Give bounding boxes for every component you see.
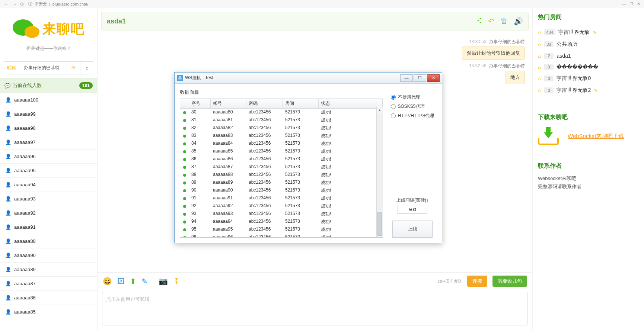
user-item[interactable]: 👤aaaaaa91 [0, 220, 97, 234]
grid-row[interactable]: 87aaaaaa87abc123456521573成功! [180, 163, 383, 171]
grid-row[interactable]: 88aaaaaa88abc123456521573成功! [180, 171, 383, 179]
room-item[interactable]: ⌂0�������� [538, 61, 639, 73]
logo-text: 来聊吧 [42, 20, 85, 38]
cell-acc: aaaaaa90 [211, 187, 246, 194]
person-icon: 👤 [5, 267, 11, 272]
grid-row[interactable]: 93aaaaaa93abc123456521573成功! [180, 210, 383, 218]
proxy-http[interactable]: HTTP/HTTPS代理 [391, 113, 434, 119]
connect-button[interactable]: 连接 [467, 276, 487, 287]
grid-row[interactable]: 80aaaaaa80abc123456521573成功! [180, 109, 383, 116]
user-item[interactable]: 👤aaaaaa99 [0, 107, 97, 121]
back-icon[interactable]: ← [4, 1, 9, 7]
room-item[interactable]: ⌂2asda1 [538, 50, 639, 61]
user-item[interactable]: 👤aaaaaa96 [0, 150, 97, 164]
grid-row[interactable]: 82aaaaaa82abc123456521573成功! [180, 124, 383, 132]
cell-room: 521573 [283, 117, 319, 124]
window-close-icon[interactable]: ✕ [637, 1, 640, 6]
refresh-icon[interactable]: ⟳ [67, 62, 80, 74]
contact-line: 完整源码请联系作者 [538, 183, 639, 190]
room-item[interactable]: ⌂33公共场所 [538, 38, 639, 50]
dialog-max-button[interactable]: ☐ [414, 74, 426, 82]
grid-scrollbar[interactable]: ▲ [376, 107, 383, 237]
user-list[interactable]: 👤aaaaaa100👤aaaaaa99👤aaaaaa98👤aaaaaa97👤aa… [0, 93, 97, 331]
edit-icon[interactable]: ✎ [141, 277, 148, 286]
proxy-socks[interactable]: SOSKS5代理 [391, 103, 434, 110]
data-grid[interactable]: 序号 帐号 密码 房间 状态 80aaaaaa80abc123456521573… [180, 99, 383, 238]
user-item[interactable]: 👤aaaaaa95 [0, 164, 97, 178]
trash-icon[interactable]: 🗑 [500, 17, 508, 26]
scroll-thumb[interactable] [377, 212, 382, 236]
cell-stat: 成功! [319, 234, 383, 237]
room-item[interactable]: ⌂434宇宙世界无敌✎ [538, 26, 639, 38]
person-icon: 👤 [5, 168, 11, 173]
grid-row[interactable]: 84aaaaaa84abc123456521573成功! [180, 140, 383, 148]
grid-row[interactable]: 86aaaaaa86abc123456521573成功! [180, 155, 383, 163]
proxy-none[interactable]: 不使用代理 [391, 94, 434, 100]
user-item[interactable]: 👤aaaaaa98 [0, 121, 97, 135]
undo-icon[interactable]: ↶ [488, 17, 494, 26]
user-item[interactable]: 👤aaaaaa90 [0, 248, 97, 263]
scroll-up-icon[interactable]: ▲ [377, 107, 383, 113]
cell-room: 521573 [283, 234, 319, 237]
user-item[interactable]: 👤aaaaaa97 [0, 135, 97, 150]
nickname-value[interactable]: 办事仔细的巴菲特 [20, 62, 67, 74]
person-icon: 👤 [5, 281, 11, 286]
grid-row[interactable]: 96aaaaaa96abc123456521573成功! [180, 234, 383, 237]
pencil-icon[interactable]: ✎ [594, 88, 598, 93]
col-seq[interactable]: 序号 [189, 99, 211, 108]
cell-seq: 81 [189, 117, 211, 124]
grid-row[interactable]: 91aaaaaa91abc123456521573成功! [180, 195, 383, 202]
col-acc[interactable]: 帐号 [211, 99, 246, 108]
grid-row[interactable]: 81aaaaaa81abc123456521573成功! [180, 116, 383, 124]
grid-row[interactable]: 94aaaaaa94abc123456521573成功! [180, 218, 383, 226]
camera-icon[interactable]: 📷 [159, 277, 168, 286]
download-link[interactable]: WebSocket来聊吧下载 [568, 133, 624, 140]
ws-dialog[interactable]: 易 WS挂机 - Test — ☐ ✕ 数据面板 序号 帐号 密码 房间 状态 … [174, 72, 442, 243]
col-room[interactable]: 房间 [283, 99, 319, 108]
user-item[interactable]: 👤aaaaaa87 [0, 277, 97, 291]
pencil-icon[interactable]: ✎ [593, 30, 597, 35]
grid-row[interactable]: 95aaaaaa95abc123456521573成功! [180, 226, 383, 234]
grid-row[interactable]: 90aaaaaa90abc123456521573成功! [180, 187, 383, 195]
room-item[interactable]: ⌂0宇宙世界无敌2✎ [538, 84, 639, 96]
grid-row[interactable]: 83aaaaaa83abc123456521573成功! [180, 132, 383, 140]
say-button[interactable]: 我要说几句 [492, 276, 527, 287]
grid-row[interactable]: 89aaaaaa89abc123456521573成功! [180, 179, 383, 187]
home-icon[interactable]: ⌂ [80, 62, 94, 74]
user-item[interactable]: 👤aaaaaa89 [0, 263, 97, 277]
user-item[interactable]: 👤aaaaaa92 [0, 206, 97, 220]
share-icon[interactable]: ⠪ [476, 17, 482, 26]
interval-input[interactable] [398, 206, 427, 214]
status-dot-icon [180, 156, 189, 163]
forward-icon[interactable]: → [12, 1, 17, 7]
window-max-icon[interactable]: ☐ [629, 1, 633, 6]
col-stat[interactable]: 状态 [319, 99, 383, 108]
message-input[interactable] [102, 292, 528, 325]
go-online-button[interactable]: 上线 [392, 221, 433, 238]
dialog-close-button[interactable]: ✕ [427, 74, 440, 82]
dialog-titlebar[interactable]: 易 WS挂机 - Test — ☐ ✕ [175, 73, 442, 84]
user-item[interactable]: 👤aaaaaa94 [0, 178, 97, 192]
msg-sender: 办事仔细的巴菲特 [488, 39, 525, 44]
user-name: aaaaaa93 [14, 196, 36, 202]
upload-icon[interactable]: ⬆ [130, 277, 136, 286]
emoji-icon[interactable]: 😀 [103, 277, 112, 286]
cell-acc: aaaaaa92 [211, 203, 246, 210]
sound-icon[interactable]: 🔊 [514, 17, 523, 26]
user-name: aaaaaa89 [14, 267, 36, 272]
mic-icon[interactable]: 🎙 [173, 277, 181, 286]
user-item[interactable]: 👤aaaaaa86 [0, 291, 97, 305]
grid-row[interactable]: 92aaaaaa92abc123456521573成功! [180, 202, 383, 210]
image-icon[interactable]: 🖼 [117, 277, 125, 286]
user-item[interactable]: 👤aaaaaa93 [0, 192, 97, 206]
user-item[interactable]: 👤aaaaaa100 [0, 93, 97, 107]
room-item[interactable]: ⌂0宇宙世界无敌0 [538, 73, 639, 84]
col-pwd[interactable]: 密码 [246, 99, 283, 108]
window-min-icon[interactable]: — [622, 1, 626, 6]
user-item[interactable]: 👤aaaaaa88 [0, 234, 97, 248]
dialog-min-button[interactable]: — [400, 74, 413, 82]
grid-row[interactable]: 85aaaaaa85abc123456521573成功! [180, 148, 383, 155]
reload-icon[interactable]: ⟳ [20, 1, 25, 7]
home-icon: ⌂ [538, 87, 541, 93]
user-item[interactable]: 👤aaaaaa85 [0, 305, 97, 319]
